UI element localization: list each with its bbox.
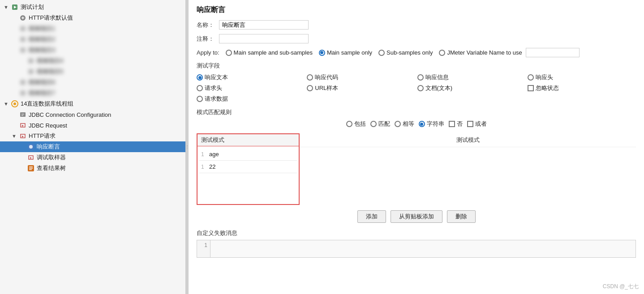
radio-circle-main-sub (226, 50, 232, 56)
test-mode-row-num-1: 1 (201, 164, 209, 170)
tree-item-blurred6[interactable]: 模糊项目6 (0, 77, 185, 88)
tree-item-blurred5[interactable]: 模糊项目5 (0, 66, 185, 77)
pattern-rule-equals[interactable]: 相等 (395, 120, 414, 128)
name-input[interactable] (219, 20, 309, 30)
tree-icon-sampler (27, 153, 35, 162)
name-label: 名称： (197, 21, 219, 29)
left-panel: ▼测试计划HTTP请求默认值模糊项目1模糊项目2模糊项目3模糊项目4模糊项目5模… (0, 0, 186, 294)
radio-label-main-sub: Main sample and sub-samples (234, 49, 313, 56)
tree-item-plan[interactable]: ▼测试计划 (0, 2, 185, 13)
radio-circle-sub-only (378, 50, 385, 56)
tree-item-label-blurred4: 模糊项目4 (37, 57, 63, 65)
radio-label-sub-only: Sub-samples only (386, 49, 433, 56)
tree-item-blurred7[interactable]: 模糊项目7 (0, 88, 185, 98)
apply-to-option-main-sub[interactable]: Main sample and sub-samples (226, 49, 313, 56)
pattern-rule-not[interactable]: 否 (449, 120, 463, 128)
field-label-resp-text: 响应文本 (205, 73, 228, 81)
test-fields-label: 测试字段 (197, 62, 636, 70)
tree-icon-blurred (19, 89, 27, 97)
tree-icon-http-default (19, 14, 27, 22)
tree-item-http-req-group[interactable]: ▼HTTP请求 (0, 131, 185, 141)
tree-item-blurred4[interactable]: 模糊项目4 (0, 55, 185, 66)
right-panel: 响应断言 名称： 注释： Apply to: Main sample and s… (189, 0, 644, 294)
tree-item-jdbc-config[interactable]: JDBC Connection Configuration (0, 109, 185, 120)
test-mode-row-1[interactable]: 122 (199, 161, 297, 173)
test-field-resp-header[interactable]: 响应头 (528, 73, 636, 81)
pattern-rule-match[interactable]: 匹配 (370, 120, 390, 128)
rule-label-equals: 相等 (403, 120, 414, 128)
radio-circle-resp-header (528, 74, 534, 81)
tree-item-thread-group[interactable]: ▼14直连数据库线程组 (0, 98, 185, 109)
add-clipboard-button[interactable]: 从剪贴板添加 (391, 210, 442, 223)
tree-icon-blurred (19, 35, 27, 43)
tree-item-results-tree[interactable]: 查看结果树 (0, 163, 185, 174)
test-field-resp-info[interactable]: 响应信息 (417, 73, 526, 81)
tree-item-blurred2[interactable]: 模糊项目2 (0, 34, 185, 45)
radio-circle-jmeter-var (439, 50, 445, 56)
add-button[interactable]: 添加 (357, 210, 386, 223)
test-field-url-sample[interactable]: URL样本 (307, 84, 415, 92)
radio-rule-string (419, 121, 425, 127)
apply-to-label: Apply to: (197, 49, 219, 56)
test-field-ignore-status[interactable]: 忽略状态 (528, 84, 636, 92)
radio-rule-include (346, 121, 352, 127)
rule-label-string: 字符串 (427, 120, 444, 128)
radio-circle-req-data (197, 96, 203, 102)
tree-item-sampler[interactable]: 调试取样器 (0, 152, 185, 163)
test-field-resp-text[interactable]: 响应文本 (197, 73, 305, 81)
pattern-rule-include[interactable]: 包括 (346, 120, 366, 128)
comment-input[interactable] (219, 34, 309, 43)
tree-item-label-assertion: 响应断言 (37, 143, 60, 151)
test-mode-row-num-0: 1 (201, 151, 209, 158)
apply-to-option-sub-only[interactable]: Sub-samples only (378, 49, 433, 56)
tree-item-http-default[interactable]: HTTP请求默认值 (0, 13, 185, 23)
collapse-arrow[interactable]: ▼ (4, 4, 10, 10)
tree-item-blurred3[interactable]: 模糊项目3 (0, 45, 185, 55)
svg-rect-6 (29, 59, 33, 63)
radio-circle-req-header (197, 85, 203, 91)
watermark: CSDN @_七七 (603, 283, 639, 290)
delete-button[interactable]: 删除 (447, 210, 476, 223)
collapse-arrow[interactable]: ▼ (12, 133, 18, 139)
tree-item-blurred1[interactable]: 模糊项目1 (0, 23, 185, 34)
apply-to-option-jmeter-var[interactable]: JMeter Variable Name to use (439, 48, 579, 57)
test-mode-right-header: 测试模式 (300, 133, 636, 147)
checkbox-rule-not (449, 121, 455, 127)
tree-item-label-blurred2: 模糊项目2 (29, 35, 55, 43)
tree-item-label-plan: 测试计划 (21, 3, 44, 11)
tree-item-label-blurred3: 模糊项目3 (29, 46, 55, 54)
jmeter-var-input[interactable] (526, 48, 580, 57)
svg-rect-8 (21, 80, 25, 85)
tree-item-label-jdbc-req: JDBC Request (29, 122, 67, 129)
tree-item-label-blurred1: 模糊项目1 (29, 25, 55, 33)
test-mode-row-0[interactable]: 1age (199, 148, 297, 161)
tree-item-jdbc-req[interactable]: JDBC Request (0, 120, 185, 131)
tree-icon-blurred (19, 78, 27, 86)
test-mode-row-val-0: age (209, 151, 219, 158)
tree-item-assertion[interactable]: 响应断言 (0, 141, 185, 152)
field-label-ignore-status: 忽略状态 (536, 84, 559, 92)
radio-circle-main-only (319, 50, 325, 56)
test-field-document[interactable]: 文档(文本) (417, 84, 526, 92)
pattern-rule-string[interactable]: 字符串 (419, 120, 444, 128)
apply-to-option-main-only[interactable]: Main sample only (319, 49, 372, 56)
rule-label-include: 包括 (354, 120, 366, 128)
svg-point-14 (29, 145, 33, 149)
radio-circle-document (417, 85, 424, 91)
radio-circle-url-sample (307, 85, 313, 91)
rule-label-or: 或者 (475, 120, 487, 128)
fail-msg-input[interactable] (210, 240, 635, 257)
tree-item-label-jdbc-config: JDBC Connection Configuration (29, 111, 111, 118)
tree-item-label-sampler: 调试取样器 (37, 153, 66, 162)
test-mode-right-panel: 测试模式 (300, 133, 636, 205)
field-label-resp-info: 响应信息 (425, 73, 449, 81)
svg-rect-5 (21, 48, 25, 52)
test-field-resp-code[interactable]: 响应代码 (307, 73, 415, 81)
test-field-req-data[interactable]: 请求数据 (197, 95, 305, 103)
pattern-rules-label: 模式匹配规则 (197, 108, 636, 116)
test-field-empty2 (417, 95, 526, 103)
collapse-arrow[interactable]: ▼ (4, 101, 10, 107)
pattern-rule-or[interactable]: 或者 (467, 120, 487, 128)
test-field-req-header[interactable]: 请求头 (197, 84, 305, 92)
tree-item-label-blurred7: 模糊项目7 (29, 89, 55, 97)
